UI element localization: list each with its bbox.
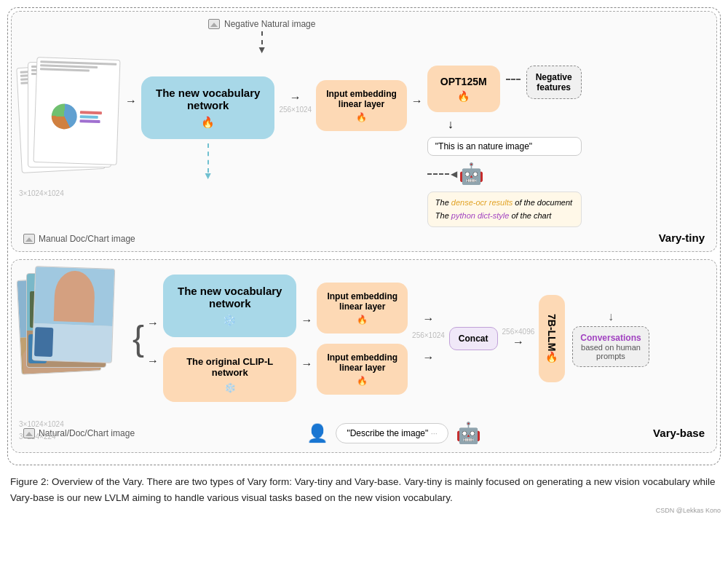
bottom-vocab-label: The new vocabulary network (178, 285, 282, 309)
vary-tiny-label: Vary-tiny (659, 232, 705, 244)
bottom-embed-col: Input embedding linear layer 🔥 Input emb… (317, 283, 408, 395)
bottom-footer: Natural/Doc/Chart image 👤 "Describe the … (19, 421, 709, 445)
fire-icon-embed: 🔥 (356, 112, 367, 122)
top-footer: Manual Doc/Chart image Vary-tiny (19, 232, 709, 244)
section-spacer (11, 252, 717, 259)
dashed-line-right (506, 79, 521, 80)
manual-doc-icon (23, 234, 35, 244)
opt-box: OPT125M 🔥 (427, 66, 500, 112)
embed-box-bottom1: Input embedding linear layer 🔥 (317, 283, 408, 334)
llm-box: 7B-LLM 🔥 (539, 295, 565, 382)
dim-concat-arrows: → 256×1024 → (412, 312, 445, 364)
llm-output-area: ↓ Conversations based on humanprompts (572, 310, 649, 367)
arrow-concat-to-llm: 256×4096 → (502, 328, 535, 349)
opt-output-col: OPT125M 🔥 Negative features ↓ "This is a (427, 66, 582, 227)
doc-card-front (33, 57, 121, 165)
nature-quote-text: "This is an nature image" (435, 141, 532, 151)
vocab-network-label: The new vocabulary network (156, 87, 260, 111)
fire-icon-opt: 🔥 (457, 90, 470, 102)
arrow-to-concat-top: → (422, 312, 434, 325)
vary-base-label: Vary-base (653, 427, 705, 439)
nat-card-front (32, 266, 115, 363)
describe-box: "Describe the image" ··· (336, 423, 448, 443)
neg-natural-area: Negative Natural image ▼ (208, 19, 315, 55)
python-dict-highlight: python dict-style (451, 211, 509, 220)
neg-feat-connector (506, 68, 521, 80)
arrow-vocab-to-embed: → 256×1024 (279, 91, 312, 114)
fire-icon-embed1: 🔥 (357, 315, 368, 325)
convo-based-text: based on humanprompts (580, 343, 641, 360)
caption-text: Figure 2: Overview of the Vary. There ar… (10, 476, 715, 503)
convo-conversations: Conversations (580, 333, 641, 343)
concat-label: Concat (459, 334, 488, 344)
manual-doc-label: Manual Doc/Chart image (39, 234, 135, 244)
fire-icon-llm: 🔥 (546, 351, 558, 363)
arrow-opt-down: ↓ (427, 118, 582, 131)
convo-box: Conversations based on humanprompts (572, 326, 649, 367)
person-icon: 👤 (306, 423, 328, 443)
neg-nat-image-icon (208, 19, 220, 29)
figure-caption: Figure 2: Overview of the Vary. There ar… (7, 474, 721, 505)
neg-feat-row: OPT125M 🔥 Negative features (427, 66, 582, 112)
bottom-main-flow: 3×1024×1024 3×224×224 { → → The new voca… (19, 267, 709, 409)
arrow-doc-to-vocab: → (125, 95, 137, 108)
dense-ocr-box: The dense-ocr results of the document Th… (427, 192, 582, 227)
bottom-vocab-box: The new vocabulary network ❄️ (163, 275, 296, 337)
vary-tiny-section: Negative Natural image ▼ (11, 11, 717, 252)
manual-doc-label-area: Manual Doc/Chart image (23, 234, 135, 244)
describe-robot-row: 👤 "Describe the image" ··· 🤖 (142, 421, 646, 445)
llm-area: 7B-LLM 🔥 (539, 295, 565, 382)
teal-down-arrow: ▼ (203, 170, 213, 181)
dashed-vert-connector (207, 143, 209, 173)
natural-doc-icon (23, 428, 35, 438)
arrows-to-embeds: → → (301, 307, 312, 371)
clip-network-box: The original CLIP-L network ❄️ (163, 347, 296, 402)
bottom-vocab-col: The new vocabulary network ❄️ The origin… (163, 275, 296, 402)
robot-icon-bottom: 🤖 (456, 421, 481, 445)
vocab-network-box: The new vocabulary network 🔥 (141, 76, 274, 139)
natural-img-stack: 3×1024×1024 3×224×224 (19, 267, 121, 409)
snow-icon-clip: ❄️ (224, 382, 236, 393)
embed-box-top-label: Input embedding linear layer (326, 89, 397, 109)
vocab-network-container: The new vocabulary network 🔥 ▼ (141, 76, 274, 181)
top-main-flow: 3×1024×1024 → The new vocabulary network… (19, 58, 709, 227)
dim-label-top: 3×1024×1024 (19, 187, 64, 198)
describe-quote: "Describe the image" (347, 428, 428, 438)
embed-box-bottom1-label: Input embedding linear layer (327, 291, 397, 312)
vary-base-section: 3×1024×1024 3×224×224 { → → The new voca… (11, 259, 717, 453)
watermark-text: CSDN @Lekkas Kono (656, 507, 721, 514)
arrow-to-concat-bot: → (422, 351, 434, 364)
concat-llm-area: Concat 256×4096 → 7B-LLM 🔥 ↓ (449, 295, 649, 382)
arrows-to-vocabs: → → (147, 309, 159, 368)
embed-linear-top: Input embedding linear layer 🔥 (316, 80, 407, 131)
doc-image-stack: 3×1024×1024 (19, 58, 121, 182)
brace-left: { (131, 321, 146, 356)
embed-box-bottom2-label: Input embedding linear layer (327, 352, 397, 373)
fire-icon-vocab: 🔥 (201, 116, 215, 128)
neg-down-arrow (261, 31, 263, 44)
embed-box-top: Input embedding linear layer 🔥 (316, 80, 407, 131)
arrow-embed-to-opt: → (411, 95, 423, 108)
dashed-arrow-from-opt: ◀ 🤖 (427, 162, 582, 186)
llm-label: 7B-LLM (546, 314, 558, 351)
robot-icon-top: 🤖 (459, 162, 484, 186)
snow-icon-vocab: ❄️ (223, 314, 237, 326)
main-diagram: Negative Natural image ▼ (7, 7, 721, 465)
neg-features-box: Negative features (526, 66, 582, 99)
concat-box: Concat (449, 327, 498, 350)
dense-ocr-highlight: dense-ocr results (451, 198, 513, 207)
opt-label: OPT125M (440, 76, 487, 87)
embed-box-bottom2: Input embedding linear layer 🔥 (317, 344, 408, 395)
fire-icon-embed2: 🔥 (357, 376, 368, 386)
neg-nat-image-label: Negative Natural image (224, 19, 315, 29)
watermark: CSDN @Lekkas Kono (7, 507, 721, 514)
clip-network-label: The original CLIP-L network (186, 356, 273, 378)
nature-quote-box: "This is an nature image" (427, 137, 582, 156)
neg-features-label: Negative features (536, 72, 572, 92)
